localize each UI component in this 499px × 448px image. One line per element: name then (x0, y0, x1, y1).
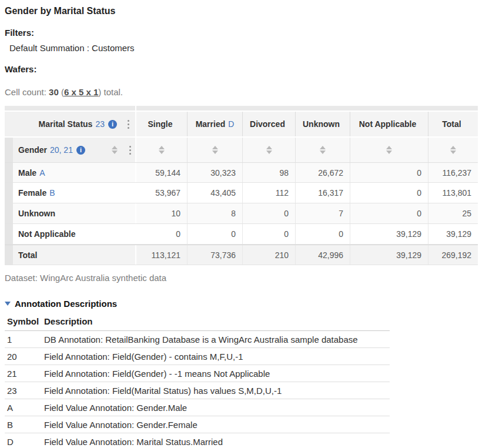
row-header-not-applicable[interactable]: Not Applicable (13, 224, 136, 244)
data-cell: 59,144 (136, 163, 187, 182)
data-cell: 39,129 (428, 224, 478, 244)
cell-count-suffix: ) total. (98, 87, 123, 97)
column-dimension-annotations: 23 (95, 119, 105, 129)
cell-count-line: Cell count: 30 (6 x 5 x 1) total. (5, 87, 499, 97)
annotation-descriptions-title: Annotation Descriptions (15, 299, 117, 309)
column-menu-icon[interactable] (126, 119, 131, 130)
row-header-male[interactable]: Male A (13, 163, 136, 182)
annotation-row: 1 DB Annotation: RetailBanking Database … (5, 331, 390, 348)
annotation-table: Symbol Description 1 DB Annotation: Reta… (5, 315, 390, 448)
sort-icon[interactable] (159, 146, 165, 154)
data-cell: 42,996 (295, 245, 350, 265)
sort-cell-total (428, 138, 478, 162)
report-page: Gender by Marital Status Filters: Defaul… (0, 0, 499, 448)
row-dimension-label: Gender (18, 145, 47, 155)
annotation-row: B Field Value Annotation: Gender.Female (5, 416, 390, 433)
sort-icon[interactable] (112, 146, 118, 154)
wafers-heading: Wafers: (5, 64, 499, 74)
row-gutter (5, 183, 13, 203)
data-cell: 10 (136, 203, 187, 223)
table-row-unknown: Unknown 10 8 0 7 0 25 (5, 203, 478, 224)
data-cell: 25 (428, 203, 478, 223)
row-dimension-header[interactable]: Gender 20, 21 (13, 138, 136, 162)
row-gutter (5, 245, 13, 265)
sort-icon[interactable] (450, 146, 456, 154)
table-top-strip-left (5, 106, 136, 111)
info-icon[interactable] (76, 146, 85, 155)
sort-cell-unknown (295, 138, 350, 162)
annotation-description: Field Annotation: Field(Gender) - contai… (44, 352, 390, 362)
annotation-row: 23 Field Annotation: Field(Marital Statu… (5, 382, 390, 399)
sort-icon[interactable] (212, 146, 218, 154)
data-cell: 0 (187, 224, 242, 244)
annotation-symbol: 21 (7, 369, 44, 379)
row-gutter (5, 203, 13, 223)
data-cell: 26,672 (295, 163, 350, 182)
annotation-description: Field Value Annotation: Gender.Male (44, 403, 390, 413)
column-header-single[interactable]: Single (136, 112, 187, 136)
data-cell: 30,323 (187, 163, 242, 182)
description-column-header: Description (44, 316, 390, 326)
cell-count-prefix: Cell count: (5, 87, 49, 97)
data-cell: 53,967 (136, 183, 187, 203)
column-dimension-header[interactable]: Marital Status 23 (5, 112, 136, 136)
annotation-row: A Field Value Annotation: Gender.Male (5, 399, 390, 416)
annotation-symbol: A (7, 403, 44, 413)
annotation-descriptions-toggle[interactable]: Annotation Descriptions (5, 299, 499, 309)
column-header-not-applicable[interactable]: Not Applicable (350, 112, 428, 136)
annotation-symbol: 20 (7, 352, 44, 362)
annotation-table-header: Symbol Description (5, 315, 390, 331)
data-cell: 113,801 (428, 183, 478, 203)
sort-cell-single (136, 138, 187, 162)
crosstab-table: Marital Status 23 Single Married D Divor… (5, 106, 478, 265)
sort-icon[interactable] (266, 146, 272, 154)
symbol-column-header: Symbol (7, 316, 44, 326)
annotation-description: Field Value Annotation: Gender.Female (44, 420, 390, 430)
row-header-total[interactable]: Total (13, 245, 136, 265)
column-header-unknown[interactable]: Unknown (295, 112, 350, 136)
dataset-note: Dataset: WingArc Australia synthetic dat… (5, 273, 499, 283)
cell-dimensions-link[interactable]: 6 x 5 x 1 (64, 87, 98, 97)
column-header-row: Marital Status 23 Single Married D Divor… (5, 112, 478, 136)
data-cell: 0 (242, 224, 295, 244)
data-cell: 0 (350, 183, 428, 203)
cell-count-paren-open: ( (59, 87, 64, 97)
info-icon[interactable] (108, 120, 117, 129)
sort-cell-not-applicable (350, 138, 428, 162)
filter-item: Default Summation : Customers (9, 43, 499, 53)
row-header-female[interactable]: Female B (13, 183, 136, 203)
annotation-row: 21 Field Annotation: Field(Gender) - -1 … (5, 365, 390, 382)
column-menu-icon[interactable] (128, 145, 133, 156)
annotation-symbol: 23 (7, 386, 44, 396)
column-header-divorced[interactable]: Divorced (242, 112, 295, 136)
annotation-description: Field Annotation: Field(Marital Status) … (44, 386, 390, 396)
table-row-male: Male A 59,144 30,323 98 26,672 0 116,237 (5, 162, 478, 183)
data-cell: 0 (136, 224, 187, 244)
annotation-symbol: D (7, 437, 44, 447)
data-cell: 269,192 (428, 245, 478, 265)
row-gutter (5, 138, 13, 162)
sort-icon[interactable] (320, 146, 326, 154)
sort-icon[interactable] (386, 146, 392, 154)
data-cell: 113,121 (136, 245, 187, 265)
annotation-description: DB Annotation: RetailBanking Database is… (44, 335, 390, 345)
data-cell: 8 (187, 203, 242, 223)
table-row-total: Total 113,121 73,736 210 42,996 39,129 2… (5, 245, 478, 265)
row-header-unknown[interactable]: Unknown (13, 203, 136, 223)
column-header-total[interactable]: Total (428, 112, 478, 136)
table-row-female: Female B 53,967 43,405 112 16,317 0 113,… (5, 183, 478, 203)
annotation-description: Field Value Annotation: Marital Status.M… (44, 437, 390, 447)
column-header-married[interactable]: Married D (187, 112, 242, 136)
sort-cell-divorced (242, 138, 295, 162)
collapse-triangle-icon (5, 302, 11, 306)
row-dimension-annotations: 20, 21 (50, 145, 73, 155)
data-cell: 0 (350, 203, 428, 223)
sort-row: Gender 20, 21 (5, 138, 478, 162)
data-cell: 39,129 (350, 224, 428, 244)
column-dimension-label: Marital Status (39, 119, 93, 129)
data-cell: 98 (242, 163, 295, 182)
annotation-description: Field Annotation: Field(Gender) - -1 mea… (44, 369, 390, 379)
annotation-row: 20 Field Annotation: Field(Gender) - con… (5, 348, 390, 365)
data-cell: 0 (242, 203, 295, 223)
data-cell: 73,736 (187, 245, 242, 265)
